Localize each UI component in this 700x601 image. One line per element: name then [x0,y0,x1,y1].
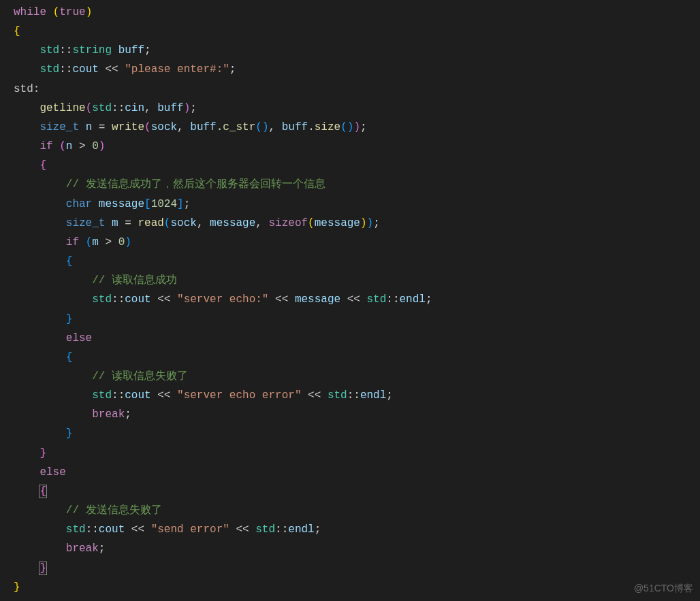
var-buff: buff [118,44,144,56]
number-zero: 0 [92,140,99,152]
type-sizet: size_t [39,121,79,133]
string-literal: "server echo:" [177,293,268,306]
keyword-if: if [39,140,52,152]
keyword-else: else [66,332,92,344]
code-editor[interactable]: while (true) { std::string buff; std::co… [0,0,700,597]
keyword-break: break [92,408,125,421]
label-std: std: [14,83,39,95]
string-literal: "send error" [151,523,229,536]
keyword-while: while [14,6,46,18]
var-message: message [99,198,144,210]
var-sock: sock [151,121,177,133]
keyword-sizeof: sizeof [269,217,308,229]
var-endl: endl [400,293,426,306]
string-literal: "server echo error" [177,389,301,402]
var-m: m [112,217,118,229]
string-literal: "please enter#:" [125,63,229,76]
type-string: string [72,44,112,56]
fn-getline: getline [39,102,85,114]
comment-line: // 发送信息成功了，然后这个服务器会回转一个信息 [66,178,325,191]
var-cout: cout [72,63,98,76]
fn-size: size [315,121,340,133]
type-char: char [66,198,92,210]
fn-read: read [138,217,163,229]
var-n: n [86,121,93,133]
keyword-true: true [59,6,85,18]
comment-line: // 读取信息失败了 [92,370,188,383]
var-cin: cin [125,102,144,114]
namespace: std [39,44,59,56]
number-bufsize: 1024 [151,198,177,210]
comment-line: // 发送信息失败了 [66,504,162,517]
fn-write: write [112,121,144,133]
fn-cstr: c_str [223,121,255,133]
watermark-text: @51CTO博客 [634,580,693,597]
comment-line: // 读取信息成功 [92,274,177,287]
